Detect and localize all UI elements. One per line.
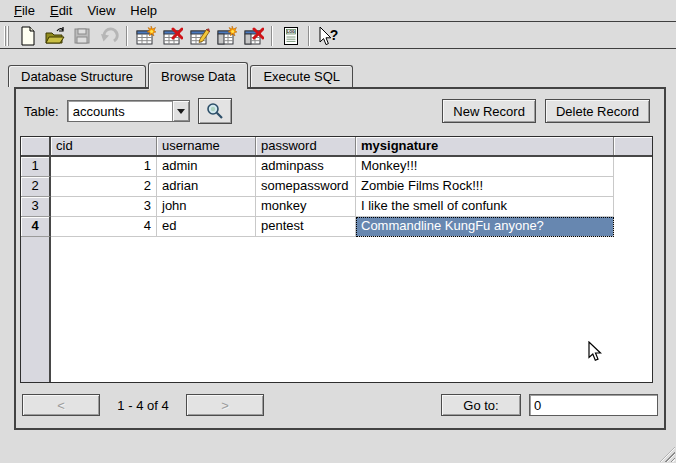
column-header-mysignature[interactable]: mysignature bbox=[356, 137, 614, 155]
create-table-button[interactable] bbox=[132, 23, 159, 48]
toolbar: LOG ? bbox=[0, 23, 676, 49]
tab-bar: Database Structure Browse Data Execute S… bbox=[8, 62, 355, 87]
cell-mysignature-2[interactable]: Zombie Films Rock!!! bbox=[356, 177, 614, 197]
delete-index-button[interactable] bbox=[240, 23, 267, 48]
cell-cid-1[interactable]: 1 bbox=[51, 157, 157, 177]
toolbar-separator bbox=[126, 26, 128, 46]
menu-help[interactable]: Help bbox=[124, 1, 163, 20]
delete-table-button[interactable] bbox=[159, 23, 186, 48]
delete-index-icon bbox=[244, 26, 264, 46]
open-database-icon bbox=[45, 26, 65, 46]
table-controls: Table: accounts New Record Delete Record bbox=[16, 97, 664, 125]
cell-username-2[interactable]: adrian bbox=[157, 177, 256, 197]
modify-table-button[interactable] bbox=[186, 23, 213, 48]
cell-cid-3[interactable]: 3 bbox=[51, 197, 157, 217]
next-page-button[interactable]: > bbox=[186, 394, 264, 416]
delete-table-icon bbox=[163, 26, 183, 46]
save-database-icon bbox=[72, 26, 92, 46]
row-header-3[interactable]: 3 bbox=[21, 197, 51, 217]
prev-page-button[interactable]: < bbox=[22, 394, 100, 416]
revert-changes-icon bbox=[99, 26, 119, 46]
table-row: 4 4 ed pentest Commandline KungFu anyone… bbox=[21, 217, 652, 237]
table-row: 1 1 admin adminpass Monkey!!! bbox=[21, 157, 652, 177]
new-database-button[interactable] bbox=[14, 23, 41, 48]
row-header-4[interactable]: 4 bbox=[21, 217, 51, 237]
browse-data-panel: Table: accounts New Record Delete Record… bbox=[14, 87, 666, 430]
grid-blank bbox=[51, 237, 652, 382]
grid-header-row: cid username password mysignature bbox=[21, 137, 652, 157]
menu-file[interactable]: File bbox=[8, 1, 41, 20]
chevron-down-icon[interactable] bbox=[172, 101, 189, 121]
svg-text:?: ? bbox=[329, 27, 338, 43]
table-select-value: accounts bbox=[68, 104, 172, 119]
goto-button[interactable]: Go to: bbox=[441, 394, 521, 416]
show-log-icon: LOG bbox=[281, 26, 301, 46]
pager: < 1 - 4 of 4 > Go to: bbox=[22, 394, 658, 416]
menubar: File Edit View Help bbox=[0, 0, 676, 22]
cell-mysignature-3[interactable]: I like the smell of confunk bbox=[356, 197, 614, 217]
row-header-strip bbox=[21, 237, 51, 382]
menu-edit[interactable]: Edit bbox=[44, 1, 78, 20]
cell-mysignature-4-selected[interactable]: Commandline KungFu anyone? bbox=[356, 217, 614, 237]
tab-execute-sql[interactable]: Execute SQL bbox=[250, 65, 353, 87]
table-label: Table: bbox=[24, 104, 59, 119]
app-window: File Edit View Help bbox=[0, 0, 676, 463]
toolbar-separator bbox=[271, 26, 273, 46]
toolbar-separator bbox=[308, 26, 310, 46]
delete-record-button[interactable]: Delete Record bbox=[545, 99, 650, 123]
cell-password-2[interactable]: somepassword bbox=[256, 177, 356, 197]
svg-text:LOG: LOG bbox=[287, 30, 295, 34]
table-select[interactable]: accounts bbox=[67, 100, 190, 122]
goto-input[interactable] bbox=[529, 394, 658, 416]
cell-password-1[interactable]: adminpass bbox=[256, 157, 356, 177]
record-range-label: 1 - 4 of 4 bbox=[100, 398, 186, 413]
new-database-icon bbox=[18, 26, 38, 46]
cell-cid-2[interactable]: 2 bbox=[51, 177, 157, 197]
modify-table-icon bbox=[190, 26, 210, 46]
cell-filler bbox=[614, 177, 652, 197]
cell-cid-4[interactable]: 4 bbox=[51, 217, 157, 237]
open-database-button[interactable] bbox=[41, 23, 68, 48]
whats-this-icon: ? bbox=[317, 26, 339, 46]
tab-browse-data[interactable]: Browse Data bbox=[148, 62, 248, 89]
cell-password-4[interactable]: pentest bbox=[256, 217, 356, 237]
cell-filler bbox=[614, 217, 652, 237]
new-record-button[interactable]: New Record bbox=[442, 99, 536, 123]
show-log-button[interactable]: LOG bbox=[277, 23, 304, 48]
create-table-icon bbox=[136, 26, 156, 46]
create-index-button[interactable] bbox=[213, 23, 240, 48]
column-header-password[interactable]: password bbox=[256, 137, 356, 155]
cell-username-1[interactable]: admin bbox=[157, 157, 256, 177]
toolbar-drag-handle[interactable] bbox=[4, 26, 10, 46]
magnifier-icon bbox=[205, 101, 225, 121]
cell-filler bbox=[614, 197, 652, 217]
column-header-username[interactable]: username bbox=[157, 137, 256, 155]
cell-username-4[interactable]: ed bbox=[157, 217, 256, 237]
data-grid: cid username password mysignature 1 1 ad… bbox=[20, 136, 653, 383]
whats-this-button[interactable]: ? bbox=[314, 23, 341, 48]
column-header-cid[interactable]: cid bbox=[51, 137, 157, 155]
table-row: 3 3 john monkey I like the smell of conf… bbox=[21, 197, 652, 217]
resize-grip[interactable] bbox=[660, 447, 675, 462]
cell-password-3[interactable]: monkey bbox=[256, 197, 356, 217]
table-row: 2 2 adrian somepassword Zombie Films Roc… bbox=[21, 177, 652, 197]
cell-mysignature-1[interactable]: Monkey!!! bbox=[356, 157, 614, 177]
find-button[interactable] bbox=[198, 98, 232, 124]
cell-username-3[interactable]: john bbox=[157, 197, 256, 217]
tab-database-structure[interactable]: Database Structure bbox=[8, 65, 146, 87]
row-header-2[interactable]: 2 bbox=[21, 177, 51, 197]
create-index-icon bbox=[217, 26, 237, 46]
save-database-button[interactable] bbox=[68, 23, 95, 48]
grid-empty-area bbox=[21, 237, 652, 382]
grid-corner-header[interactable] bbox=[21, 137, 51, 155]
column-header-filler bbox=[614, 137, 652, 155]
row-header-1[interactable]: 1 bbox=[21, 157, 51, 177]
cell-filler bbox=[614, 157, 652, 177]
revert-changes-button[interactable] bbox=[95, 23, 122, 48]
menu-view[interactable]: View bbox=[81, 1, 121, 20]
